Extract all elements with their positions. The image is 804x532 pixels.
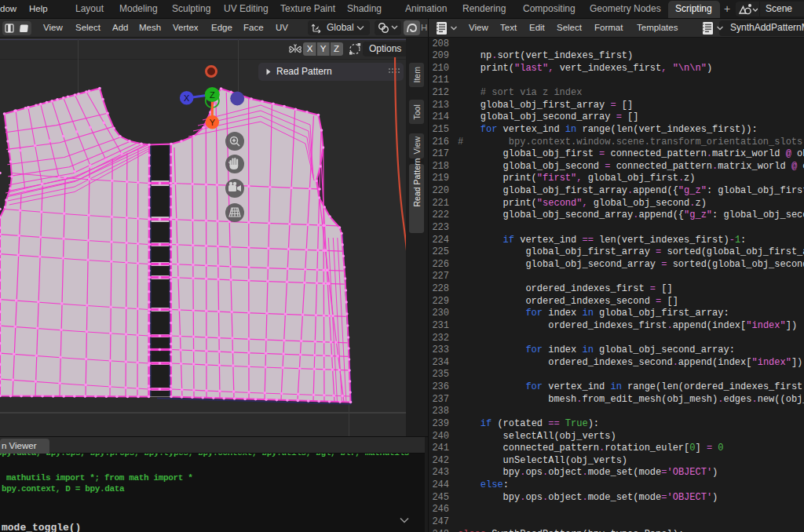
svg-text:X: X [184,93,190,103]
svg-text:Y: Y [210,118,216,127]
svg-text:Z: Z [210,90,215,100]
